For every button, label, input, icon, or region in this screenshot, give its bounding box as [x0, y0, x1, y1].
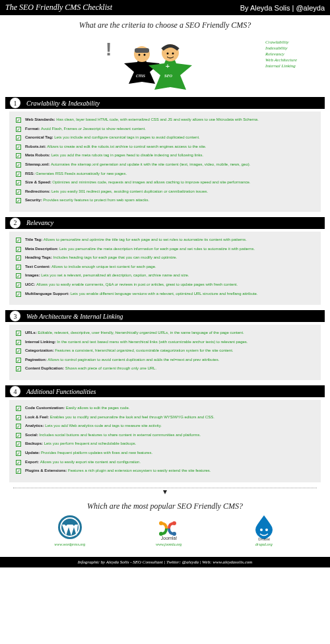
svg-point-5: [144, 54, 146, 56]
item-label: Web Standards: [25, 117, 56, 121]
item-desc: Generates RSS Feeds automatically for ne…: [36, 172, 127, 176]
svg-text:+: +: [166, 62, 170, 70]
item-label: Update: [25, 451, 41, 455]
item-desc: Allows to personalize and optimize the t…: [44, 238, 247, 242]
svg-point-21: [260, 529, 263, 531]
checklist-row: PaginationAllows to control pagination t…: [16, 357, 314, 364]
item-desc: Lets you easily 301 redirect pages, avoi…: [51, 189, 208, 193]
checklist-row: Canonical TagLets you include and config…: [16, 135, 314, 141]
cms-joomla: Joomla! www.joomla.org: [154, 518, 183, 546]
item-label: Meta Description: [25, 247, 59, 251]
checklist-row: BackupsLets you perform frequent and sch…: [16, 441, 314, 447]
check-icon: [16, 189, 21, 195]
checklist-row: RSSGenerates RSS Feeds automatically for…: [16, 171, 314, 177]
item-label: Backups: [25, 441, 44, 445]
wordpress-icon: [57, 514, 83, 540]
check-icon: [16, 451, 21, 456]
section-panel-3: URLsEditable, relevant, descriptive, use…: [9, 325, 321, 380]
check-icon: [16, 153, 21, 158]
popular-question: Which are the most popular SEO Friendly …: [0, 501, 330, 511]
item-desc: Optimizes and minimizes code, requests a…: [52, 180, 250, 184]
checklist-row: URLsEditable, relevant, descriptive, use…: [16, 330, 314, 337]
item-label: Robots.txt: [25, 145, 47, 148]
item-desc: In the content and text based menu with …: [57, 340, 248, 344]
item-desc: Provides security features to protect fr…: [43, 198, 149, 202]
item-label: Heading Tags: [25, 255, 53, 259]
checklist-row: Meta RobotsLets you add the meta robots …: [16, 152, 314, 159]
item-desc: Lets you perform frequent and schedulabl…: [44, 441, 137, 445]
svg-text:seo: seo: [164, 72, 172, 79]
item-desc: Shows each piece of content through only…: [65, 366, 156, 370]
check-icon: [16, 282, 21, 288]
check-icon: [16, 348, 21, 354]
item-desc: Lets you include and configure canonical…: [54, 135, 200, 139]
item-label: Text Content: [25, 265, 51, 269]
checklist-row: CategorizationFeatures a consistent, hie…: [16, 348, 314, 354]
item-label: Sitemap.xml: [25, 162, 51, 166]
svg-text:cms: cms: [136, 72, 145, 79]
svg-point-10: [172, 53, 174, 55]
header-bar: The SEO Friendly CMS Checklist By Aleyda…: [0, 0, 330, 15]
svg-point-22: [265, 529, 268, 531]
item-desc: Allows to create and edit the robots.txt…: [47, 145, 206, 148]
item-label: Title Tag: [25, 238, 44, 242]
item-label: Categorization: [25, 348, 55, 352]
item-desc: Lets you add the meta robots tag in page…: [51, 153, 204, 157]
check-icon: [16, 180, 21, 185]
section-head-1: 1Crawlability & Indexability: [5, 97, 325, 109]
check-icon: [16, 172, 21, 177]
checklist-row: FormatAvoid Flash, Frames or Javascript …: [16, 126, 314, 133]
checklist-row: ImagesLets you set a relevant, personali…: [16, 273, 314, 279]
check-icon: [16, 358, 21, 363]
checklist-row: UGCAllows you to easily enable comments,…: [16, 282, 314, 288]
check-icon: [16, 415, 21, 420]
cms-drupal: Drupal drupal.org: [252, 514, 276, 546]
item-desc: Allows to include enough unique text con…: [51, 265, 156, 269]
item-label: RSS: [25, 172, 36, 176]
subtitle: What are the criteria to choose a SEO Fr…: [0, 15, 330, 33]
item-label: Redirections: [25, 189, 51, 193]
item-desc: Automates the sitemap.xml generation and…: [51, 162, 251, 166]
check-icon: [16, 135, 21, 141]
svg-rect-3: [135, 48, 149, 53]
popular-section: Which are the most popular SEO Friendly …: [0, 498, 330, 553]
checklist-row: Internal LinkingIn the content and text …: [16, 339, 314, 346]
check-icon: [16, 366, 21, 371]
check-icon: [16, 406, 21, 411]
item-label: Canonical Tag: [25, 135, 54, 139]
arrow-down-icon: ▾: [0, 490, 330, 494]
item-label: URLs: [25, 331, 38, 335]
check-icon: [16, 340, 21, 345]
item-label: Export: [25, 460, 40, 464]
check-icon: [16, 117, 21, 123]
check-icon: [16, 265, 21, 270]
check-icon: [16, 162, 21, 168]
svg-point-9: [167, 53, 169, 55]
section-title: Crawlability & Indexability: [26, 100, 100, 107]
item-desc: Includes social buttons and features to …: [39, 433, 201, 437]
item-label: Plugins & Extensions: [25, 468, 68, 472]
checklist-row: Content DuplicationShows each piece of c…: [16, 366, 314, 372]
check-icon: [16, 331, 21, 336]
section-panel-4: Code CustomizationEasily allows to edit …: [9, 400, 321, 482]
check-icon: [16, 273, 21, 278]
doc-byline: By Aleyda Solis | @aleyda: [240, 4, 325, 12]
section-panel-2: Title TagAllows to personalize and optim…: [9, 232, 321, 305]
checklist-row: Meta DescriptionLets you personalize the…: [16, 246, 314, 253]
section-title: Additional Functionalities: [26, 388, 96, 395]
check-icon: [16, 145, 21, 150]
item-label: Multilanguage Support: [25, 292, 71, 296]
item-desc: Has clean, layer based HTML code, with e…: [56, 117, 259, 121]
check-icon: [16, 255, 21, 261]
item-label: Images: [25, 273, 41, 277]
hero-illustration: ! cms + seo Crawlability Indexability Re…: [0, 36, 330, 92]
checklist-row: Web StandardsHas clean, layer based HTML…: [16, 117, 314, 123]
check-icon: [16, 433, 21, 438]
item-desc: Lets you enable different language versi…: [71, 292, 258, 296]
svg-text:Drupal: Drupal: [258, 537, 270, 540]
section-head-3: 3Web Architecture & Internal Linking: [5, 310, 325, 322]
check-icon: [16, 247, 21, 252]
checklist-row: RedirectionsLets you easily 301 redirect…: [16, 189, 314, 195]
section-number: 1: [9, 97, 21, 109]
checklist-row: Code CustomizationEasily allows to edit …: [16, 405, 314, 412]
